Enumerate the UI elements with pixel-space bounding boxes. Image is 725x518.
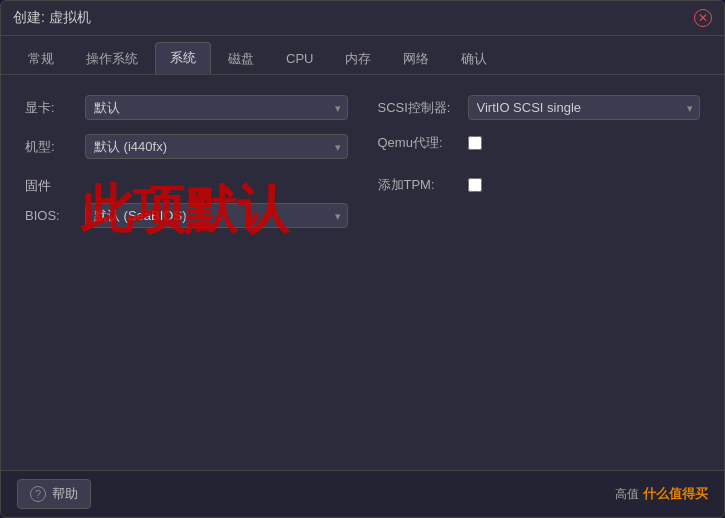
qemu-agent-checkbox-wrapper bbox=[468, 136, 482, 150]
graphics-group: 显卡: 默认 bbox=[25, 95, 348, 120]
qemu-agent-group: Qemu代理: bbox=[378, 134, 701, 152]
brand-prefix: 高值 bbox=[615, 486, 639, 503]
close-button[interactable]: ✕ bbox=[694, 9, 712, 27]
model-group: 机型: 默认 (i440fx) bbox=[25, 134, 348, 159]
help-label: 帮助 bbox=[52, 485, 78, 503]
model-select-wrapper: 默认 (i440fx) bbox=[85, 134, 348, 159]
model-label: 机型: bbox=[25, 138, 75, 156]
graphics-select[interactable]: 默认 bbox=[85, 95, 348, 120]
tab-cpu[interactable]: CPU bbox=[271, 44, 328, 72]
qemu-agent-label: Qemu代理: bbox=[378, 134, 458, 152]
scsi-select[interactable]: VirtIO SCSI single bbox=[468, 95, 701, 120]
tab-os[interactable]: 操作系统 bbox=[71, 43, 153, 74]
tab-confirm[interactable]: 确认 bbox=[446, 43, 502, 74]
add-tpm-label: 添加TPM: bbox=[378, 176, 458, 194]
tab-memory[interactable]: 内存 bbox=[330, 43, 386, 74]
help-button[interactable]: ? 帮助 bbox=[17, 479, 91, 509]
tab-network[interactable]: 网络 bbox=[388, 43, 444, 74]
content-area: 显卡: 默认 机型: 默认 (i440fx) bbox=[1, 75, 724, 470]
window-title: 创建: 虚拟机 bbox=[13, 9, 91, 27]
tab-general[interactable]: 常规 bbox=[13, 43, 69, 74]
tab-bar: 常规 操作系统 系统 磁盘 CPU 内存 网络 确认 bbox=[1, 36, 724, 75]
scsi-select-wrapper: VirtIO SCSI single bbox=[468, 95, 701, 120]
bios-select-wrapper: 默认 (SeaBIOS) bbox=[85, 203, 348, 228]
help-icon: ? bbox=[30, 486, 46, 502]
tab-disk[interactable]: 磁盘 bbox=[213, 43, 269, 74]
add-tpm-group: 添加TPM: bbox=[378, 176, 701, 194]
graphics-label: 显卡: bbox=[25, 99, 75, 117]
scsi-label: SCSI控制器: bbox=[378, 99, 458, 117]
main-window: 创建: 虚拟机 ✕ 常规 操作系统 系统 磁盘 CPU 内存 网络 确认 显卡:… bbox=[0, 0, 725, 518]
bios-group: BIOS: 默认 (SeaBIOS) bbox=[25, 203, 348, 228]
brand-area: 高值 什么值得买 bbox=[615, 485, 708, 503]
right-column: SCSI控制器: VirtIO SCSI single Qemu代理: bbox=[378, 95, 701, 228]
titlebar: 创建: 虚拟机 ✕ bbox=[1, 1, 724, 36]
add-tpm-checkbox[interactable] bbox=[468, 178, 482, 192]
tab-system[interactable]: 系统 bbox=[155, 42, 211, 74]
bios-label: BIOS: bbox=[25, 208, 75, 223]
graphics-select-wrapper: 默认 bbox=[85, 95, 348, 120]
brand-text: 什么值得买 bbox=[643, 485, 708, 503]
form-layout: 显卡: 默认 机型: 默认 (i440fx) bbox=[25, 95, 700, 228]
bios-select[interactable]: 默认 (SeaBIOS) bbox=[85, 203, 348, 228]
scsi-group: SCSI控制器: VirtIO SCSI single bbox=[378, 95, 701, 120]
add-tpm-checkbox-wrapper bbox=[468, 178, 482, 192]
qemu-agent-checkbox[interactable] bbox=[468, 136, 482, 150]
footer: ? 帮助 高值 什么值得买 bbox=[1, 470, 724, 517]
firmware-section: 固件 BIOS: 默认 (SeaBIOS) bbox=[25, 177, 348, 228]
model-select[interactable]: 默认 (i440fx) bbox=[85, 134, 348, 159]
firmware-title: 固件 bbox=[25, 177, 348, 195]
left-column: 显卡: 默认 机型: 默认 (i440fx) bbox=[25, 95, 348, 228]
